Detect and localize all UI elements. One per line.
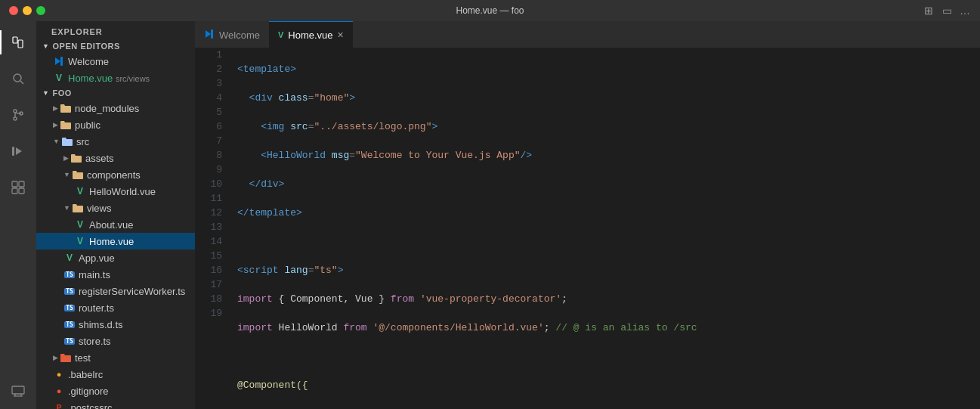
- sidebar-item-src[interactable]: ▼ src: [36, 133, 195, 150]
- code-content[interactable]: <template> <div class="home"> <img src="…: [231, 48, 980, 409]
- search-activity-icon[interactable]: [0, 60, 36, 97]
- line-num-7: 7: [195, 134, 222, 148]
- line-num-9: 9: [195, 163, 222, 177]
- open-editor-home-vue[interactable]: V Home.vue src/views: [36, 70, 195, 86]
- sidebar-item-babelrc[interactable]: ● .babelrc: [36, 366, 195, 383]
- svg-rect-13: [19, 188, 24, 194]
- line-num-3: 3: [195, 76, 222, 91]
- line-num-18: 18: [195, 292, 222, 306]
- line-num-13: 13: [195, 220, 222, 234]
- traffic-lights: [9, 6, 45, 15]
- components-label: components: [87, 169, 141, 181]
- open-editor-welcome[interactable]: Welcome: [36, 53, 195, 70]
- sidebar-item-main-ts[interactable]: TS main.ts: [36, 266, 195, 283]
- svg-point-5: [14, 117, 17, 120]
- shims-ts-label: shims.d.ts: [79, 319, 123, 330]
- svg-rect-14: [12, 386, 24, 394]
- views-label: views: [87, 203, 112, 214]
- open-editors-section-header[interactable]: ▼ OPEN EDITORS: [36, 39, 195, 53]
- ts-icon: TS: [63, 268, 76, 280]
- svg-rect-10: [12, 181, 17, 187]
- sidebar-item-shims-ts[interactable]: TS shims.d.ts: [36, 316, 195, 333]
- gitignore-icon: ●: [53, 385, 65, 397]
- svg-rect-1: [18, 40, 23, 48]
- arrow-right: ▶: [53, 104, 58, 112]
- title-bar: Home.vue — foo ⊞ ▭ …: [0, 0, 980, 21]
- sidebar-item-postcssrc[interactable]: P .postcssrc: [36, 399, 195, 409]
- sidebar-item-views[interactable]: ▼ views: [36, 200, 195, 216]
- sidebar-title: EXPLORER: [36, 21, 195, 39]
- sidebar-item-node-modules[interactable]: ▶ node_modules: [36, 100, 195, 116]
- tab-close-button[interactable]: ×: [338, 29, 344, 40]
- toggle-panel-icon[interactable]: ▭: [941, 5, 953, 17]
- debug-activity-icon[interactable]: [0, 133, 36, 169]
- maximize-button[interactable]: [36, 6, 45, 15]
- sidebar-item-register-sw[interactable]: TS registerServiceWorker.ts: [36, 283, 195, 299]
- foo-section-header[interactable]: ▼ FOO: [36, 86, 195, 100]
- line-num-17: 17: [195, 277, 222, 292]
- close-button[interactable]: [9, 6, 18, 15]
- code-line-6: </template>: [237, 206, 980, 220]
- sidebar-item-store-ts[interactable]: TS store.ts: [36, 333, 195, 349]
- svg-marker-20: [206, 30, 211, 38]
- extensions-activity-icon[interactable]: [0, 169, 36, 206]
- window-title: Home.vue — foo: [456, 5, 524, 16]
- explorer-activity-icon[interactable]: [0, 24, 36, 60]
- code-area: 1 2 3 4 5 6 7 8 9 10 11 12 13 14 15 16 1…: [195, 48, 980, 409]
- sidebar-item-about-vue[interactable]: V About.vue: [36, 216, 195, 233]
- git-activity-icon[interactable]: [0, 97, 36, 133]
- line-num-12: 12: [195, 206, 222, 220]
- code-line-9: import { Component, Vue } from 'vue-prop…: [237, 292, 980, 306]
- svg-rect-11: [19, 181, 24, 187]
- line-num-11: 11: [195, 191, 222, 206]
- split-editor-icon[interactable]: ⊞: [923, 5, 935, 17]
- home-vue-sidebar-icon: V: [74, 235, 86, 247]
- arrow-down: ▼: [63, 204, 70, 212]
- tab-welcome[interactable]: Welcome: [195, 21, 269, 48]
- svg-line-3: [20, 81, 23, 84]
- gitignore-label: .gitignore: [68, 386, 108, 397]
- home-vue-label: Home.vue: [89, 236, 134, 247]
- line-num-4: 4: [195, 91, 222, 105]
- welcome-tab-label: Welcome: [68, 56, 109, 67]
- sidebar-item-app-vue[interactable]: V App.vue: [36, 249, 195, 266]
- sidebar-item-home-vue[interactable]: V Home.vue: [36, 233, 195, 249]
- line-num-1: 1: [195, 48, 222, 62]
- sidebar-item-gitignore[interactable]: ● .gitignore: [36, 383, 195, 399]
- arrow-down: ▼: [63, 171, 70, 178]
- sidebar-item-helloworld-vue[interactable]: V HelloWorld.vue: [36, 183, 195, 200]
- code-line-7: [237, 234, 980, 249]
- foo-label: FOO: [52, 88, 71, 98]
- vue-file-icon: V: [53, 72, 65, 84]
- line-num-6: 6: [195, 119, 222, 134]
- more-actions-icon[interactable]: …: [959, 5, 971, 17]
- open-editors-label: OPEN EDITORS: [52, 42, 120, 51]
- minimize-button[interactable]: [23, 6, 32, 15]
- tabs-bar: Welcome V Home.vue ×: [195, 21, 980, 48]
- sidebar: EXPLORER ▼ OPEN EDITORS Welcome V Home.v…: [36, 21, 195, 409]
- sidebar-item-assets[interactable]: ▶ assets: [36, 150, 195, 166]
- tab-home-vue[interactable]: V Home.vue ×: [269, 21, 353, 48]
- arrow-down: ▼: [53, 138, 60, 145]
- sidebar-item-public[interactable]: ▶ public: [36, 116, 195, 133]
- code-line-8: <script lang="ts">: [237, 263, 980, 277]
- code-line-2: <div class="home">: [237, 91, 980, 105]
- line-num-19: 19: [195, 306, 222, 321]
- main-layout: EXPLORER ▼ OPEN EDITORS Welcome V Home.v…: [0, 21, 980, 409]
- line-num-14: 14: [195, 234, 222, 249]
- title-bar-actions: ⊞ ▭ …: [923, 5, 971, 17]
- line-num-5: 5: [195, 105, 222, 119]
- line-num-15: 15: [195, 249, 222, 263]
- ts-icon-5: TS: [63, 335, 76, 347]
- sidebar-item-router-ts[interactable]: TS router.ts: [36, 299, 195, 316]
- editor-area: Welcome V Home.vue × 1 2 3 4 5 6 7 8 9 1…: [195, 21, 980, 409]
- svg-marker-18: [55, 57, 60, 65]
- line-num-8: 8: [195, 148, 222, 163]
- activity-bar: [0, 21, 36, 409]
- remote-activity-icon[interactable]: [0, 373, 36, 409]
- arrow-right: ▶: [53, 354, 58, 361]
- sidebar-item-test[interactable]: ▶ test: [36, 349, 195, 366]
- sidebar-item-components[interactable]: ▼ components: [36, 166, 195, 183]
- code-line-4: <HelloWorld msg="Welcome to Your Vue.js …: [237, 148, 980, 163]
- open-editors-arrow: ▼: [42, 42, 49, 50]
